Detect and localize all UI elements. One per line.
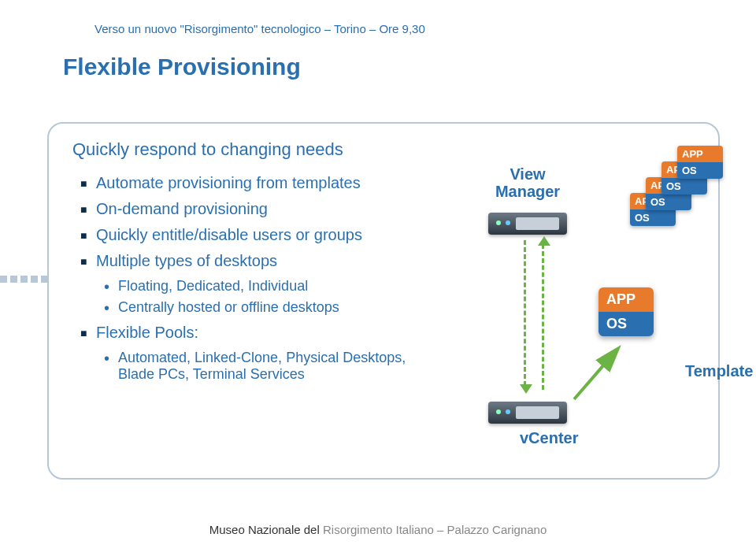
- sub-hosted: Centrally hosted or offline desktops: [104, 299, 443, 316]
- header-breadcrumb: Verso un nuovo "Risorgimento" tecnologic…: [94, 22, 425, 35]
- bullet-desktoptypes: Multiple types of desktops: [80, 252, 443, 270]
- vcenter-label: vCenter: [520, 429, 578, 447]
- bullet-ondemand: On-demand provisioning: [80, 200, 443, 218]
- tile-os-label: OS: [630, 209, 676, 226]
- lead-text: Quickly respond to changing needs: [72, 139, 443, 160]
- sub-automated: Automated, Linked-Clone, Physical Deskto…: [104, 350, 443, 383]
- tile-app-label: APP: [677, 146, 723, 162]
- tile-app-label: APP: [598, 287, 654, 312]
- footer-right: Risorgimento Italiano – Palazzo Carignan…: [323, 523, 547, 536]
- solid-arrow-icon: [571, 343, 634, 406]
- template-label: Template: [685, 362, 753, 380]
- vm-template-tile-icon: APP OS: [598, 287, 654, 336]
- dashed-arrow-icon: [524, 240, 526, 386]
- bullet-pools: Flexible Pools:: [80, 324, 443, 342]
- footer-left: Museo Nazionale del: [209, 523, 323, 536]
- tile-os-label: OS: [646, 194, 691, 210]
- footer: Museo Nazionale del Risorgimento Italian…: [0, 523, 756, 536]
- vm-tile-stack: APP OS APP OS APP OS APP OS: [622, 146, 732, 248]
- bullet-entitle: Quickly entitle/disable users or groups: [80, 226, 443, 244]
- sub-floating: Floating, Dedicated, Individual: [104, 278, 443, 295]
- view-manager-label: View Manager: [488, 165, 567, 200]
- server-icon: [488, 402, 567, 424]
- server-icon: [488, 213, 567, 235]
- page-title: Flexible Provisioning: [63, 54, 301, 80]
- dashed-arrow-icon: [542, 244, 544, 390]
- vm-tile-icon: APP OS: [677, 146, 723, 179]
- tile-os-label: OS: [677, 162, 723, 179]
- bullet-automate: Automate provisioning from templates: [80, 174, 443, 192]
- tile-os-label: OS: [598, 312, 654, 336]
- bullet-list: Quickly respond to changing needs Automa…: [72, 139, 443, 387]
- tile-os-label: OS: [662, 178, 707, 194]
